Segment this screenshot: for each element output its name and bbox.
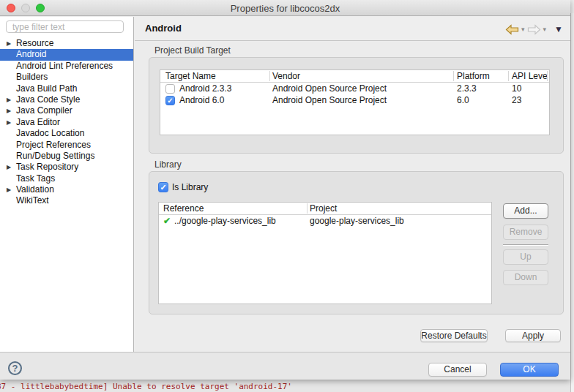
target-vendor: Android Open Source Project	[272, 83, 387, 94]
library-reference: ../google-play-services_lib	[174, 215, 276, 227]
sidebar-item-builders[interactable]: Builders	[0, 72, 133, 83]
sidebar-item-java-build-path[interactable]: Java Build Path	[0, 83, 133, 94]
forward-dropdown-icon[interactable]: ▾	[543, 26, 547, 33]
table-row[interactable]: ✓ Android 6.0 Android Open Source Projec…	[160, 94, 549, 106]
cancel-button[interactable]: Cancel	[428, 363, 487, 377]
disclosure-triangle-icon[interactable]: ▶	[7, 117, 11, 128]
filter-input[interactable]	[6, 20, 124, 33]
screen: 87 - littlebabybedtime] Unable to resolv…	[0, 0, 574, 392]
disclosure-triangle-icon[interactable]: ▶	[7, 162, 11, 173]
check-ok-icon: ✔	[163, 215, 171, 227]
sidebar-item-java-code-style[interactable]: ▶Java Code Style	[0, 94, 133, 105]
build-target-group-label: Project Build Target	[154, 45, 231, 56]
forward-arrow-icon	[527, 24, 541, 35]
column-divider	[547, 71, 548, 81]
apply-button[interactable]: Apply	[505, 329, 561, 342]
build-target-table-header: Target Name Vendor Platform API Leve	[160, 70, 549, 83]
column-header[interactable]: Vendor	[272, 70, 300, 83]
sidebar: ▶Resource Android Android Lint Preferenc…	[0, 17, 134, 352]
view-menu-icon[interactable]: ▼	[554, 25, 563, 34]
properties-dialog: Properties for libcocos2dx ▶Resource And…	[0, 0, 570, 380]
disclosure-triangle-icon[interactable]: ▶	[7, 184, 11, 195]
library-table[interactable]: Reference Project ✔ ../google-play-servi…	[158, 202, 492, 304]
table-row[interactable]: Android 2.3.3 Android Open Source Projec…	[160, 83, 549, 94]
sidebar-item-android[interactable]: Android	[0, 49, 133, 60]
library-group-label: Library	[154, 159, 182, 170]
target-api: 23	[512, 94, 521, 106]
disclosure-triangle-icon[interactable]: ▶	[7, 94, 11, 105]
sidebar-item-task-tags[interactable]: Task Tags	[0, 173, 133, 184]
library-project: google-play-services_lib	[310, 215, 404, 227]
help-icon[interactable]: ?	[8, 361, 22, 375]
titlebar: Properties for libcocos2dx	[0, 0, 570, 16]
column-divider	[269, 71, 270, 81]
sidebar-tree: ▶Resource Android Android Lint Preferenc…	[0, 38, 133, 207]
column-header[interactable]: Target Name	[165, 70, 216, 83]
library-table-header: Reference Project	[159, 203, 491, 215]
sidebar-item-java-editor[interactable]: ▶Java Editor	[0, 117, 133, 128]
add-button[interactable]: Add...	[503, 203, 548, 219]
up-button: Up	[503, 249, 548, 265]
disclosure-triangle-icon[interactable]: ▶	[7, 105, 11, 116]
build-target-table[interactable]: Target Name Vendor Platform API Leve And…	[160, 69, 550, 135]
restore-defaults-button[interactable]: Restore Defaults	[420, 329, 488, 342]
header-nav-icons: ▾ ▾ ▼	[505, 22, 563, 37]
ok-button[interactable]: OK	[500, 363, 559, 377]
background-window-edge	[570, 13, 574, 392]
background-console: 87 - littlebabybedtime] Unable to resolv…	[0, 379, 574, 392]
target-vendor: Android Open Source Project	[272, 94, 387, 106]
sidebar-item-javadoc-location[interactable]: Javadoc Location	[0, 128, 133, 139]
column-header[interactable]: Project	[310, 203, 337, 215]
column-header[interactable]: Platform	[457, 70, 490, 83]
window-title: Properties for libcocos2dx	[0, 3, 570, 14]
column-divider	[453, 71, 454, 81]
button-separator	[503, 244, 548, 246]
target-name: Android 6.0	[179, 94, 224, 106]
table-row[interactable]: ✔ ../google-play-services_lib google-pla…	[159, 215, 491, 227]
column-header[interactable]: Reference	[163, 203, 204, 215]
sidebar-item-validation[interactable]: ▶Validation	[0, 184, 133, 195]
target-checkbox[interactable]	[165, 84, 175, 94]
sidebar-item-run-debug-settings[interactable]: Run/Debug Settings	[0, 151, 133, 162]
sidebar-item-resource[interactable]: ▶Resource	[0, 38, 133, 49]
sidebar-item-project-references[interactable]: Project References	[0, 140, 133, 151]
back-arrow-icon[interactable]	[505, 24, 519, 35]
sidebar-item-android-lint-preferences[interactable]: Android Lint Preferences	[0, 61, 133, 72]
target-platform: 6.0	[457, 94, 469, 106]
page-title: Android	[145, 23, 182, 34]
is-library-label: Is Library	[172, 182, 208, 192]
sidebar-item-task-repository[interactable]: ▶Task Repository	[0, 162, 133, 173]
column-header[interactable]: API Leve	[512, 70, 548, 83]
console-error-text: 87 - littlebabybedtime] Unable to resolv…	[0, 382, 292, 391]
remove-button: Remove	[503, 225, 548, 240]
is-library-checkbox[interactable]: ✓	[158, 182, 168, 192]
column-divider	[508, 71, 509, 81]
target-checkbox[interactable]: ✓	[165, 96, 175, 105]
back-dropdown-icon[interactable]: ▾	[521, 26, 525, 33]
target-name: Android 2.3.3	[179, 83, 231, 94]
sidebar-item-wikitext[interactable]: WikiText	[0, 195, 133, 206]
sidebar-item-java-compiler[interactable]: ▶Java Compiler	[0, 105, 133, 116]
column-divider	[307, 203, 308, 214]
target-api: 10	[512, 83, 521, 94]
target-platform: 2.3.3	[457, 83, 477, 94]
down-button: Down	[503, 270, 548, 285]
disclosure-triangle-icon[interactable]: ▶	[7, 38, 11, 49]
page-header: Android ▾ ▾ ▼	[135, 17, 570, 41]
